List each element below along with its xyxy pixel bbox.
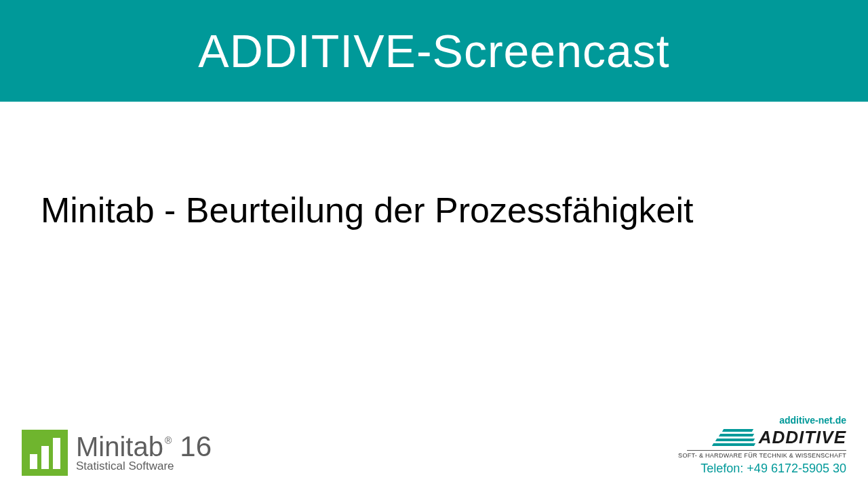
minitab-logo: Minitab ® 16 Statistical Software	[22, 430, 212, 476]
additive-tagline: SOFT- & HARDWARE FÜR TECHNIK & WISSENSCH…	[678, 452, 846, 459]
additive-logo: additive-net.de ADDITIVE SOFT- & HARDWAR…	[678, 415, 846, 476]
additive-name: ADDITIVE	[759, 427, 846, 448]
additive-phone: Telefon: +49 6172-5905 30	[701, 462, 846, 476]
slide-subtitle: Minitab - Beurteilung der Prozessfähigke…	[41, 190, 834, 230]
minitab-tagline: Statistical Software	[76, 460, 212, 473]
main-content: Minitab - Beurteilung der Prozessfähigke…	[0, 102, 868, 230]
header-title: ADDITIVE-Screencast	[198, 24, 669, 77]
additive-stripes-icon	[713, 429, 755, 446]
minitab-name: Minitab	[76, 433, 163, 460]
minitab-version: 16	[180, 432, 212, 461]
divider	[687, 450, 846, 451]
footer: Minitab ® 16 Statistical Software additi…	[0, 415, 868, 476]
minitab-text: Minitab ® 16 Statistical Software	[76, 432, 212, 473]
header-banner: ADDITIVE-Screencast	[0, 0, 868, 102]
additive-url: additive-net.de	[779, 415, 846, 426]
registered-symbol: ®	[165, 436, 172, 445]
minitab-bars-icon	[22, 430, 68, 476]
